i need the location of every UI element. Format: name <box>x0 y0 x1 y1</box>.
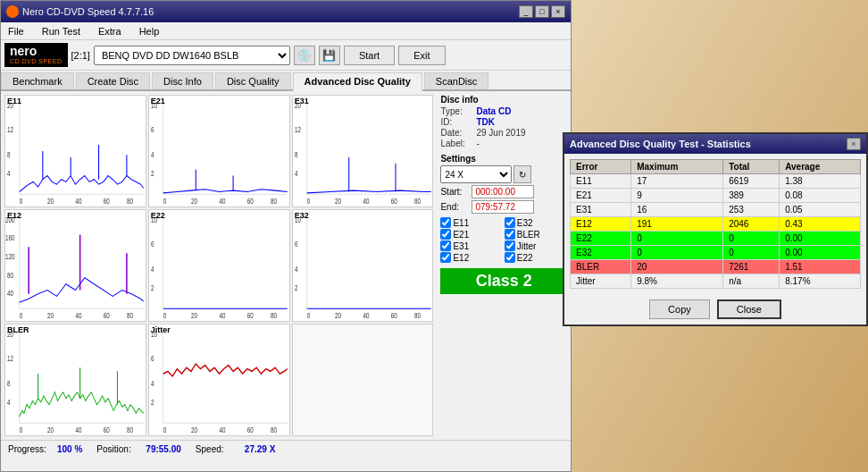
svg-text:20: 20 <box>47 426 54 434</box>
graph-e21: E21 10 6 4 2 0 20 40 60 80 <box>148 95 290 207</box>
stats-cell-average: 0.00 <box>780 232 861 246</box>
svg-text:80: 80 <box>7 271 13 280</box>
menu-file[interactable]: File <box>4 25 28 38</box>
cb-e12[interactable]: E12 <box>440 252 503 263</box>
svg-text:6: 6 <box>151 126 154 135</box>
disc-label-key: Label: <box>440 139 476 148</box>
svg-rect-30 <box>293 96 433 206</box>
stats-cell-maximum: 191 <box>631 217 723 232</box>
svg-rect-86 <box>5 324 146 435</box>
position-label: Position: <box>96 444 146 454</box>
titlebar-left: Nero CD-DVD Speed 4.7.7.16 <box>6 5 154 18</box>
stats-cell-error: E22 <box>571 232 631 246</box>
stats-close-x-button[interactable]: × <box>847 138 861 150</box>
stats-cell-error: E12 <box>571 217 631 232</box>
exit-button[interactable]: Exit <box>398 46 445 65</box>
stats-header-row: Error Maximum Total Average <box>571 160 861 174</box>
stats-window: Advanced Disc Quality Test - Statistics … <box>563 132 868 326</box>
graph-e21-svg: 10 6 4 2 0 20 40 60 80 <box>149 96 289 206</box>
drive-select[interactable]: BENQ DVD DD DW1640 BSLB <box>94 46 290 65</box>
svg-text:40: 40 <box>7 290 13 299</box>
svg-rect-101 <box>149 324 289 435</box>
start-time-row: Start: 000:00.00 <box>440 185 567 198</box>
cb-e21[interactable]: E21 <box>440 229 503 240</box>
disc-icon-button[interactable]: 💿 <box>294 46 315 65</box>
nero-brand: nero <box>10 45 63 58</box>
tab-create-disc[interactable]: Create Disc <box>76 72 150 89</box>
tab-advanced-disc-quality[interactable]: Advanced Disc Quality <box>293 72 422 91</box>
svg-text:80: 80 <box>127 197 133 206</box>
disc-type-row: Type: Data CD <box>440 106 567 116</box>
svg-text:2: 2 <box>151 398 154 407</box>
disc-id-value: TDK <box>476 117 495 127</box>
svg-text:80: 80 <box>414 311 421 320</box>
stats-cell-total: 389 <box>723 189 780 203</box>
toolbar: nero CD·DVD SPEED [2:1] BENQ DVD DD DW16… <box>1 40 571 71</box>
stats-row: E2193890.08 <box>571 189 861 203</box>
svg-text:40: 40 <box>219 197 225 206</box>
refresh-button[interactable]: ↻ <box>513 165 531 183</box>
svg-text:80: 80 <box>127 426 133 434</box>
svg-text:40: 40 <box>363 311 369 320</box>
svg-text:0: 0 <box>163 311 165 320</box>
graph-jitter-label: Jitter <box>151 325 171 334</box>
stats-cell-average: 0.08 <box>780 189 861 203</box>
stats-title: Advanced Disc Quality Test - Statistics <box>570 139 751 149</box>
disc-label-value: - <box>476 139 479 148</box>
stats-cell-maximum: 20 <box>631 260 723 274</box>
tab-disc-info[interactable]: Disc Info <box>152 72 213 89</box>
svg-text:0: 0 <box>20 426 22 434</box>
menubar: File Run Test Extra Help <box>1 22 571 40</box>
stats-row: E1219120460.43 <box>571 217 861 232</box>
tab-benchmark[interactable]: Benchmark <box>1 72 74 89</box>
cb-e31[interactable]: E31 <box>440 240 503 251</box>
close-button[interactable]: Close <box>717 299 781 319</box>
svg-text:60: 60 <box>390 197 396 206</box>
svg-text:20: 20 <box>191 426 197 434</box>
minimize-button[interactable]: _ <box>519 5 533 18</box>
tab-scandisc[interactable]: ScanDisc <box>424 72 488 89</box>
graph-e31: E31 20 12 8 4 0 20 40 60 80 <box>292 95 434 207</box>
stats-cell-average: 0.00 <box>780 246 861 260</box>
maximize-button[interactable]: □ <box>535 5 549 18</box>
stats-cell-error: E11 <box>571 174 631 189</box>
col-average: Average <box>780 160 861 174</box>
main-window: Nero CD-DVD Speed 4.7.7.16 _ □ × File Ru… <box>0 0 572 472</box>
graph-e22-label: E22 <box>151 211 165 220</box>
svg-text:80: 80 <box>414 197 421 206</box>
svg-text:40: 40 <box>363 197 369 206</box>
nero-logo: nero CD·DVD SPEED <box>4 43 68 67</box>
menu-run-test[interactable]: Run Test <box>38 25 84 38</box>
graph-jitter: Jitter 10 6 4 2 0 20 40 60 80 <box>148 324 290 436</box>
svg-text:60: 60 <box>104 311 110 320</box>
svg-text:2: 2 <box>151 283 154 292</box>
start-button[interactable]: Start <box>344 46 395 65</box>
stats-cell-total: 6619 <box>723 174 780 189</box>
svg-text:0: 0 <box>20 197 22 206</box>
stats-cell-total: n/a <box>723 274 780 289</box>
svg-text:8: 8 <box>295 150 297 159</box>
graph-e32-label: E32 <box>295 211 309 220</box>
cb-bler[interactable]: BLER <box>505 229 567 240</box>
cb-jitter[interactable]: Jitter <box>505 240 567 251</box>
position-value: 79:55.00 <box>146 444 180 454</box>
disc-id-key: ID: <box>440 117 476 127</box>
menu-help[interactable]: Help <box>136 25 163 38</box>
disc-date-value: 29 Jun 2019 <box>476 128 525 138</box>
svg-text:4: 4 <box>151 150 154 159</box>
copy-button[interactable]: Copy <box>649 299 710 319</box>
stats-cell-average: 0.05 <box>780 203 861 217</box>
menu-extra[interactable]: Extra <box>95 25 125 38</box>
tab-disc-quality[interactable]: Disc Quality <box>215 72 291 89</box>
cb-e11[interactable]: E11 <box>440 217 503 228</box>
cb-e22[interactable]: E22 <box>505 252 567 263</box>
titlebar: Nero CD-DVD Speed 4.7.7.16 _ □ × <box>1 1 571 22</box>
svg-text:4: 4 <box>7 169 10 178</box>
close-button[interactable]: × <box>551 5 565 18</box>
stats-titlebar: Advanced Disc Quality Test - Statistics … <box>564 134 866 154</box>
position-row: Position: 79:55.00 <box>96 444 180 454</box>
speed-select[interactable]: 24 X 4 X 8 X Max <box>440 165 512 183</box>
save-icon-button[interactable]: 💾 <box>319 46 340 65</box>
cb-e32[interactable]: E32 <box>505 217 567 228</box>
graph-e12-svg: 200 160 120 80 40 0 20 40 60 80 <box>5 210 146 321</box>
